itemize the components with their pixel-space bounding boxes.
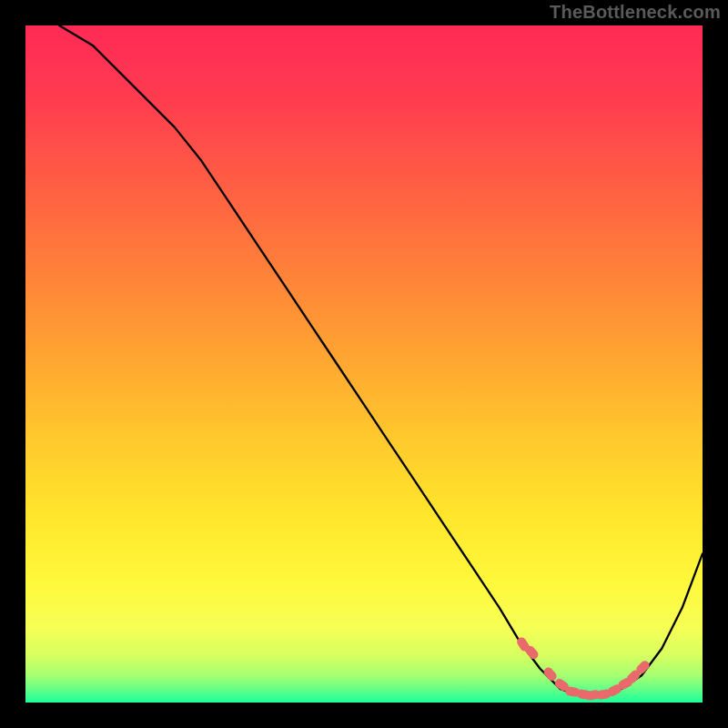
plot-area (25, 25, 703, 703)
chart-container: TheBottleneck.com (0, 0, 728, 728)
gradient-background (25, 25, 703, 703)
bottleneck-chart (25, 25, 703, 703)
watermark-text: TheBottleneck.com (550, 2, 721, 23)
